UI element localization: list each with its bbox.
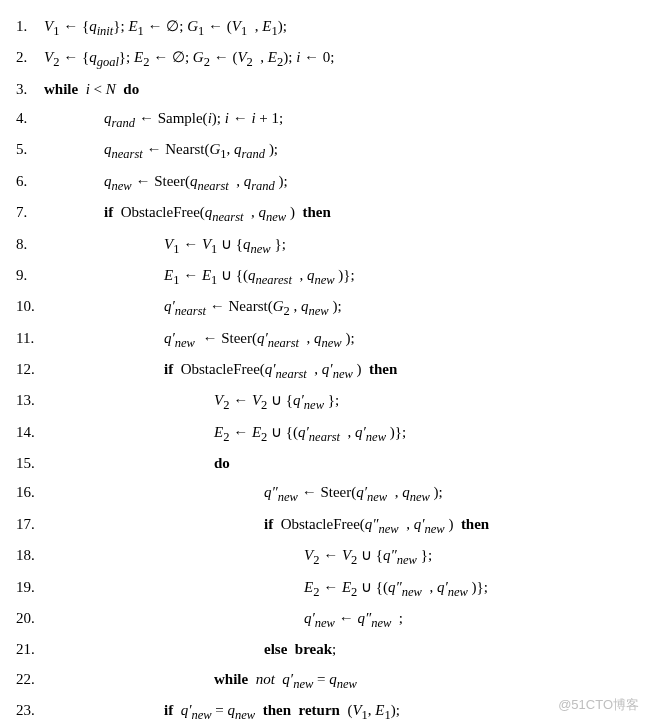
pseudocode-line: 22.while not q′new = qnew: [16, 665, 635, 696]
line-number: 18.: [16, 541, 44, 570]
line-content: q″new ← Steer(q′new , qnew );: [44, 478, 635, 509]
line-number: 20.: [16, 604, 44, 633]
pseudocode-line: 9.E1 ← E1 ∪ {(qnearest , qnew )};: [16, 261, 635, 292]
line-content: while i < N do: [44, 75, 635, 104]
line-content: else break;: [44, 635, 635, 664]
line-number: 5.: [16, 135, 44, 164]
line-number: 9.: [16, 261, 44, 290]
pseudocode-line: 6.qnew ← Steer(qnearst , qrand );: [16, 167, 635, 198]
line-number: 17.: [16, 510, 44, 539]
line-number: 10.: [16, 292, 44, 321]
line-number: 2.: [16, 43, 44, 72]
line-content: qnearst ← Nearst(G1, qrand );: [44, 135, 635, 166]
line-content: V2 ← V2 ∪ {q″new };: [44, 541, 635, 572]
pseudocode-line: 7.if ObstacleFree(qnearst , qnew ) then: [16, 198, 635, 229]
pseudocode-line: 17.if ObstacleFree(q″new , q′new ) then: [16, 510, 635, 541]
pseudocode-line: 1.V1 ← {qinit}; E1 ← ∅; G1 ← (V1 , E1);: [16, 12, 635, 43]
line-number: 22.: [16, 665, 44, 694]
line-content: V1 ← V1 ∪ {qnew };: [44, 230, 635, 261]
line-number: 23.: [16, 696, 44, 725]
pseudocode-line: 21.else break;: [16, 635, 635, 664]
line-content: q′new ← q″new ;: [44, 604, 635, 635]
pseudocode-line: 2.V2 ← {qgoal}; E2 ← ∅; G2 ← (V2 , E2); …: [16, 43, 635, 74]
line-number: 21.: [16, 635, 44, 664]
algorithm-pseudocode: 1.V1 ← {qinit}; E1 ← ∅; G1 ← (V1 , E1);2…: [16, 12, 635, 725]
line-number: 13.: [16, 386, 44, 415]
line-number: 6.: [16, 167, 44, 196]
pseudocode-line: 14.E2 ← E2 ∪ {(q′nearst , q′new )};: [16, 418, 635, 449]
line-number: 12.: [16, 355, 44, 384]
line-content: q′nearst ← Nearst(G2 , qnew );: [44, 292, 635, 323]
line-number: 11.: [16, 324, 44, 353]
pseudocode-line: 5.qnearst ← Nearst(G1, qrand );: [16, 135, 635, 166]
pseudocode-line: 4.qrand ← Sample(i); i ← i + 1;: [16, 104, 635, 135]
line-number: 19.: [16, 573, 44, 602]
line-number: 1.: [16, 12, 44, 41]
line-content: q′new ← Steer(q′nearst , qnew );: [44, 324, 635, 355]
pseudocode-line: 10.q′nearst ← Nearst(G2 , qnew );: [16, 292, 635, 323]
pseudocode-line: 19.E2 ← E2 ∪ {(q″new , q′new )};: [16, 573, 635, 604]
line-content: if ObstacleFree(q′nearst , q′new ) then: [44, 355, 635, 386]
line-content: E2 ← E2 ∪ {(q″new , q′new )};: [44, 573, 635, 604]
line-number: 15.: [16, 449, 44, 478]
line-content: if ObstacleFree(qnearst , qnew ) then: [44, 198, 635, 229]
line-content: V2 ← {qgoal}; E2 ← ∅; G2 ← (V2 , E2); i …: [44, 43, 635, 74]
line-number: 4.: [16, 104, 44, 133]
line-number: 7.: [16, 198, 44, 227]
line-content: while not q′new = qnew: [44, 665, 635, 696]
line-number: 16.: [16, 478, 44, 507]
pseudocode-line: 20.q′new ← q″new ;: [16, 604, 635, 635]
line-content: V1 ← {qinit}; E1 ← ∅; G1 ← (V1 , E1);: [44, 12, 635, 43]
line-content: V2 ← V2 ∪ {q′new };: [44, 386, 635, 417]
line-content: qnew ← Steer(qnearst , qrand );: [44, 167, 635, 198]
line-content: qrand ← Sample(i); i ← i + 1;: [44, 104, 635, 135]
line-content: E2 ← E2 ∪ {(q′nearst , q′new )};: [44, 418, 635, 449]
watermark-text: @51CTO博客: [558, 692, 639, 717]
line-number: 3.: [16, 75, 44, 104]
line-content: if ObstacleFree(q″new , q′new ) then: [44, 510, 635, 541]
line-content: if q′new = qnew then return (V1, E1);: [44, 696, 635, 725]
pseudocode-line: 15.do: [16, 449, 635, 478]
pseudocode-line: 16.q″new ← Steer(q′new , qnew );: [16, 478, 635, 509]
line-number: 8.: [16, 230, 44, 259]
line-content: E1 ← E1 ∪ {(qnearest , qnew )};: [44, 261, 635, 292]
pseudocode-line: 3.while i < N do: [16, 75, 635, 104]
pseudocode-line: 18.V2 ← V2 ∪ {q″new };: [16, 541, 635, 572]
line-number: 14.: [16, 418, 44, 447]
line-content: do: [44, 449, 635, 478]
pseudocode-line: 23.if q′new = qnew then return (V1, E1);: [16, 696, 635, 725]
pseudocode-line: 8.V1 ← V1 ∪ {qnew };: [16, 230, 635, 261]
pseudocode-line: 11.q′new ← Steer(q′nearst , qnew );: [16, 324, 635, 355]
pseudocode-line: 12.if ObstacleFree(q′nearst , q′new ) th…: [16, 355, 635, 386]
pseudocode-line: 13.V2 ← V2 ∪ {q′new };: [16, 386, 635, 417]
